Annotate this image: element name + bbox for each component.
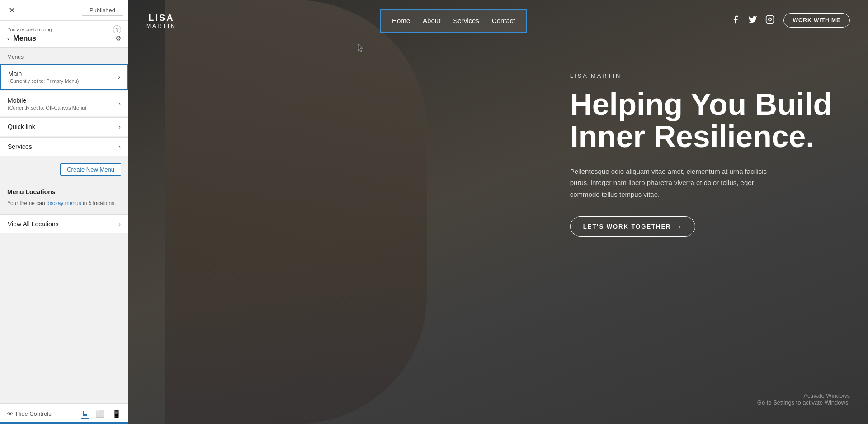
facebook-icon[interactable] bbox=[731, 15, 740, 26]
header-right: WORK WITH ME bbox=[731, 13, 850, 28]
tablet-icon[interactable]: ⬜ bbox=[96, 410, 105, 419]
menu-item-quicklink[interactable]: Quick link › bbox=[0, 117, 128, 136]
menu-quicklink-chevron: › bbox=[118, 123, 121, 130]
hero-content: LISA MARTIN Helping You Build Inner Resi… bbox=[570, 72, 832, 237]
mobile-icon[interactable]: 📱 bbox=[112, 410, 121, 419]
menu-mobile-sub: (Currently set to: Off-Canvas Menu) bbox=[8, 105, 86, 110]
hero-title-line1: Helping You Build bbox=[570, 87, 832, 121]
site-logo: LISA MARTIN bbox=[146, 13, 176, 29]
published-button[interactable]: Published bbox=[82, 5, 123, 16]
hero-description: Pellentesque odio aliquam vitae amet, el… bbox=[570, 166, 778, 200]
svg-rect-0 bbox=[766, 15, 774, 23]
top-bar: ✕ Published bbox=[0, 0, 128, 21]
display-menus-link[interactable]: display menus bbox=[47, 200, 81, 206]
lets-work-label: LET'S WORK TOGETHER bbox=[583, 223, 671, 230]
nav-contact[interactable]: Contact bbox=[492, 17, 515, 24]
social-icons bbox=[731, 15, 774, 26]
create-menu-row: Create New Menu bbox=[0, 157, 128, 182]
view-all-chevron: › bbox=[118, 220, 121, 228]
bottom-indicator-bar bbox=[0, 422, 128, 424]
preview-area: LISA MARTIN Home About Services Contact bbox=[128, 0, 868, 424]
hide-controls-label: Hide Controls bbox=[16, 410, 52, 417]
menu-item-services[interactable]: Services › bbox=[0, 137, 128, 156]
work-with-me-button[interactable]: WORK WITH ME bbox=[783, 13, 850, 28]
help-icon[interactable]: ? bbox=[113, 25, 121, 33]
desktop-icon[interactable]: 🖥 bbox=[81, 410, 89, 419]
menu-mobile-name: Mobile bbox=[8, 97, 86, 104]
activate-windows-line1: Activate Windows bbox=[757, 392, 850, 399]
view-all-locations-row[interactable]: View All Locations › bbox=[0, 214, 128, 233]
menu-quicklink-name: Quick link bbox=[8, 123, 35, 130]
menu-item-main[interactable]: Main (Currently set to: Primary Menu) › bbox=[0, 64, 128, 90]
customizer-panel: ✕ Published You are customizing ? ‹ Menu… bbox=[0, 0, 128, 424]
hero-author: LISA MARTIN bbox=[570, 72, 832, 79]
menu-mobile-chevron: › bbox=[118, 100, 121, 107]
create-new-menu-button[interactable]: Create New Menu bbox=[60, 163, 121, 176]
menu-locations-desc: Your theme can display menus in 5 locati… bbox=[7, 199, 121, 207]
close-button[interactable]: ✕ bbox=[5, 4, 18, 17]
instagram-icon[interactable] bbox=[765, 15, 774, 26]
eye-icon: 👁 bbox=[7, 410, 13, 417]
logo-name: LISA bbox=[148, 13, 175, 23]
hide-controls-button[interactable]: 👁 Hide Controls bbox=[7, 410, 52, 417]
nav-services[interactable]: Services bbox=[453, 17, 479, 24]
lets-work-together-button[interactable]: LET'S WORK TOGETHER → bbox=[570, 216, 696, 237]
menu-main-name: Main bbox=[8, 70, 79, 77]
nav-home[interactable]: Home bbox=[392, 17, 410, 24]
section-title: Menus bbox=[13, 34, 36, 43]
bottom-bar: 👁 Hide Controls 🖥 ⬜ 📱 bbox=[0, 403, 128, 424]
customizing-label: You are customizing bbox=[7, 27, 52, 32]
hero-title: Helping You Build Inner Resilience. bbox=[570, 88, 832, 153]
activate-windows-watermark: Activate Windows Go to Settings to activ… bbox=[757, 392, 850, 406]
back-arrow-icon[interactable]: ‹ bbox=[7, 34, 9, 43]
site-nav: Home About Services Contact bbox=[380, 9, 527, 33]
twitter-icon[interactable] bbox=[748, 15, 757, 26]
device-icons-group: 🖥 ⬜ 📱 bbox=[81, 410, 121, 419]
menu-locations-title: Menu Locations bbox=[7, 188, 121, 195]
menu-services-chevron: › bbox=[118, 143, 121, 150]
menu-main-sub: (Currently set to: Primary Menu) bbox=[8, 78, 79, 84]
gear-settings-icon[interactable]: ⚙ bbox=[115, 34, 121, 43]
hero-title-line2: Inner Resilience. bbox=[570, 119, 814, 153]
view-all-label: View All Locations bbox=[8, 220, 59, 228]
menus-section-label: Menus bbox=[0, 48, 128, 64]
menu-services-name: Services bbox=[8, 143, 32, 150]
menu-locations-section: Menu Locations Your theme can display me… bbox=[0, 182, 128, 211]
menu-main-chevron: › bbox=[118, 73, 120, 81]
arrow-right-icon: → bbox=[675, 223, 682, 230]
menu-item-mobile[interactable]: Mobile (Currently set to: Off-Canvas Men… bbox=[0, 91, 128, 116]
logo-sub: MARTIN bbox=[146, 23, 176, 29]
site-header: LISA MARTIN Home About Services Contact bbox=[128, 0, 868, 41]
activate-windows-line2: Go to Settings to activate Windows. bbox=[757, 399, 850, 406]
nav-about[interactable]: About bbox=[423, 17, 440, 24]
